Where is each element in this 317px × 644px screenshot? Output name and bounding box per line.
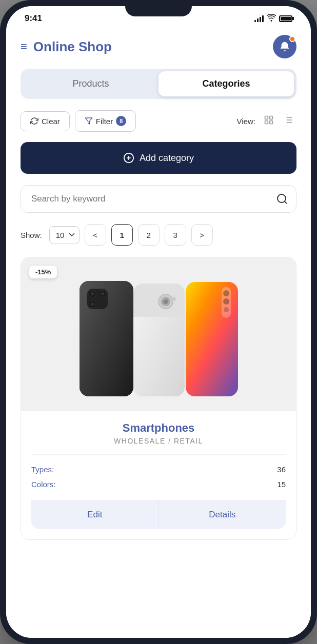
signal-icon: [254, 15, 264, 22]
colors-row: Colors: 15: [31, 477, 286, 492]
menu-icon[interactable]: ≡: [21, 40, 27, 53]
tab-products[interactable]: Products: [23, 71, 158, 96]
svg-rect-2: [270, 116, 273, 119]
notification-button[interactable]: [273, 35, 296, 58]
add-category-button[interactable]: Add category: [21, 142, 296, 174]
status-time: 9:41: [25, 13, 42, 24]
svg-marker-0: [85, 118, 92, 124]
product-image-area: -15%: [21, 257, 296, 411]
bell-icon: [279, 41, 290, 52]
phone-white-image: [131, 284, 187, 399]
filter-icon: [85, 117, 93, 125]
colors-label: Colors:: [31, 480, 56, 489]
show-select[interactable]: 10 20 50: [49, 226, 80, 244]
status-icons: [254, 14, 292, 23]
svg-point-35: [223, 290, 229, 296]
phone-frame: 9:41: [0, 0, 317, 644]
edit-button[interactable]: Edit: [31, 500, 159, 529]
product-card: -15%: [21, 257, 296, 540]
notch: [125, 0, 192, 16]
page-3-button[interactable]: 3: [165, 224, 186, 246]
tab-categories[interactable]: Categories: [158, 71, 294, 96]
filter-badge: 8: [116, 116, 126, 126]
page-1-button[interactable]: 1: [111, 224, 133, 246]
search-icon: [276, 193, 288, 205]
svg-point-36: [223, 298, 229, 305]
svg-point-23: [101, 292, 104, 295]
svg-rect-1: [265, 116, 268, 119]
types-label: Types:: [31, 465, 54, 474]
app-header: ≡ Online Shop: [21, 27, 296, 69]
view-grid-button[interactable]: [261, 112, 277, 130]
product-meta: Types: 36 Colors: 15: [31, 454, 286, 492]
filter-button[interactable]: Filter 8: [75, 110, 136, 132]
wifi-icon: [267, 14, 276, 23]
search-container: [21, 185, 296, 213]
notification-badge: [289, 36, 295, 42]
clear-button[interactable]: Clear: [21, 111, 70, 131]
phone-dark-image: [77, 281, 136, 399]
battery-icon: [279, 15, 292, 22]
search-button[interactable]: [276, 193, 288, 205]
svg-point-24: [91, 303, 94, 306]
product-info: Smartphones WHOLESALE / RETAIL Types: 36…: [21, 411, 296, 539]
show-label: Show:: [21, 231, 42, 239]
svg-point-37: [224, 307, 229, 312]
svg-point-31: [163, 298, 165, 300]
pagination-row: Show: 10 20 50 < 1 2 3: [21, 224, 296, 246]
svg-rect-4: [270, 121, 273, 124]
list-icon: [283, 115, 293, 125]
phones-display: [31, 268, 286, 401]
refresh-icon: [30, 117, 38, 125]
view-label: View:: [237, 117, 255, 126]
svg-rect-3: [265, 121, 268, 124]
view-controls: View:: [237, 112, 296, 130]
svg-point-32: [172, 297, 176, 301]
svg-point-14: [278, 194, 286, 203]
colors-value: 15: [277, 480, 286, 489]
discount-badge: -15%: [29, 266, 57, 278]
search-input[interactable]: [21, 185, 296, 213]
svg-line-15: [285, 202, 287, 204]
prev-page-button[interactable]: <: [85, 224, 106, 246]
controls-row: Clear Filter 8 View:: [21, 110, 296, 132]
product-subtitle: WHOLESALE / RETAIL: [31, 437, 286, 445]
product-name: Smartphones: [31, 421, 286, 435]
tabs-container: Products Categories: [21, 69, 296, 99]
grid-icon: [264, 115, 274, 125]
details-button[interactable]: Details: [159, 500, 286, 529]
view-list-button[interactable]: [280, 112, 296, 130]
svg-point-22: [91, 292, 94, 295]
main-content: ≡ Online Shop Products Categories: [6, 27, 311, 638]
app-title: Online Shop: [33, 39, 112, 55]
phone-samsung-image: [183, 282, 241, 399]
product-actions: Edit Details: [31, 500, 286, 529]
page-2-button[interactable]: 2: [138, 224, 160, 246]
types-row: Types: 36: [31, 462, 286, 477]
phone-screen: 9:41: [6, 6, 311, 638]
types-value: 36: [277, 465, 286, 474]
next-page-button[interactable]: >: [191, 224, 213, 246]
plus-circle-icon: [123, 152, 134, 164]
